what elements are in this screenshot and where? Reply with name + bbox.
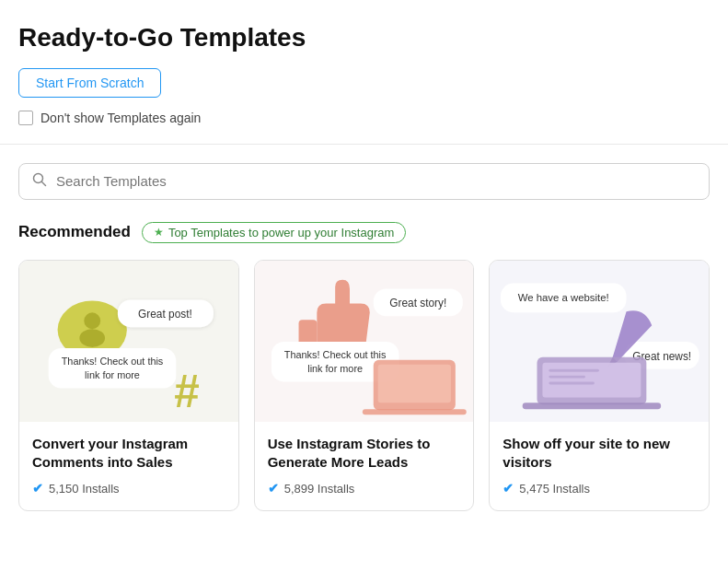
start-from-scratch-button[interactable]: Start From Scratch xyxy=(18,68,161,98)
card-installs-3: ✔ 5,475 Installs xyxy=(503,481,696,496)
page-container: Ready-to-Go Templates Start From Scratch… xyxy=(0,0,728,530)
search-bar xyxy=(18,163,710,200)
svg-rect-27 xyxy=(523,403,662,409)
svg-rect-30 xyxy=(549,381,595,384)
template-card-1[interactable]: Great post! Thanks! Check out this link … xyxy=(18,260,239,512)
svg-rect-29 xyxy=(549,375,586,378)
installs-count-1: 5,150 Installs xyxy=(49,482,120,496)
dont-show-label: Don't show Templates again xyxy=(40,111,201,125)
badge-text: Top Templates to power up your Instagram xyxy=(168,226,394,239)
svg-text:Great post!: Great post! xyxy=(138,308,192,321)
search-bar-wrapper xyxy=(18,163,710,200)
template-card-3[interactable]: We have a website! Great news! xyxy=(489,260,710,512)
svg-rect-19 xyxy=(377,364,450,403)
dont-show-row: Don't show Templates again xyxy=(18,111,710,125)
svg-text:Thanks! Check out this: Thanks! Check out this xyxy=(284,348,387,359)
card-body-3: Show off your site to new visitors ✔ 5,4… xyxy=(490,422,709,511)
section-divider xyxy=(0,144,728,145)
card-body-1: Convert your Instagram Comments into Sal… xyxy=(19,422,238,511)
card-image-2: Great story! Thanks! Check out this link… xyxy=(255,261,474,422)
recommended-title: Recommended xyxy=(18,223,131,241)
template-card-2[interactable]: Great story! Thanks! Check out this link… xyxy=(254,260,475,512)
svg-text:#: # xyxy=(174,366,200,416)
page-title: Ready-to-Go Templates xyxy=(18,22,710,53)
svg-rect-20 xyxy=(363,409,467,414)
card-illustration-1: Great post! Thanks! Check out this link … xyxy=(19,261,238,422)
card-installs-1: ✔ 5,150 Installs xyxy=(32,481,225,496)
recommended-header: Recommended ★ Top Templates to power up … xyxy=(18,222,710,243)
badge-star-icon: ★ xyxy=(154,226,164,239)
svg-rect-26 xyxy=(543,362,641,397)
installs-count-3: 5,475 Installs xyxy=(519,482,590,496)
svg-rect-28 xyxy=(549,368,599,371)
card-image-1: Great post! Thanks! Check out this link … xyxy=(19,261,238,422)
card-image-3: We have a website! Great news! xyxy=(490,261,709,422)
card-title-2: Use Instagram Stories to Generate More L… xyxy=(268,435,461,473)
search-icon xyxy=(32,172,47,191)
installs-check-icon-3: ✔ xyxy=(503,481,514,496)
search-input[interactable] xyxy=(56,173,696,189)
installs-count-2: 5,899 Installs xyxy=(284,482,355,496)
card-title-3: Show off your site to new visitors xyxy=(503,435,696,473)
svg-line-1 xyxy=(42,181,46,185)
card-title-1: Convert your Instagram Comments into Sal… xyxy=(32,435,225,473)
installs-check-icon-2: ✔ xyxy=(268,481,279,496)
svg-text:link for more: link for more xyxy=(307,362,363,373)
cards-row: Great post! Thanks! Check out this link … xyxy=(18,260,710,512)
svg-text:link for more: link for more xyxy=(85,368,140,379)
card-illustration-2: Great story! Thanks! Check out this link… xyxy=(255,261,474,422)
card-body-2: Use Instagram Stories to Generate More L… xyxy=(255,422,474,511)
dont-show-checkbox[interactable] xyxy=(18,111,33,125)
svg-text:We have a website!: We have a website! xyxy=(518,292,609,303)
svg-point-5 xyxy=(79,329,105,347)
svg-text:Great story!: Great story! xyxy=(389,297,446,309)
installs-check-icon-1: ✔ xyxy=(32,481,43,496)
recommended-badge: ★ Top Templates to power up your Instagr… xyxy=(142,222,406,243)
card-illustration-3: We have a website! Great news! xyxy=(490,261,709,422)
svg-text:Thanks! Check out this: Thanks! Check out this xyxy=(62,355,164,366)
svg-point-4 xyxy=(84,312,100,329)
card-installs-2: ✔ 5,899 Installs xyxy=(268,481,461,496)
